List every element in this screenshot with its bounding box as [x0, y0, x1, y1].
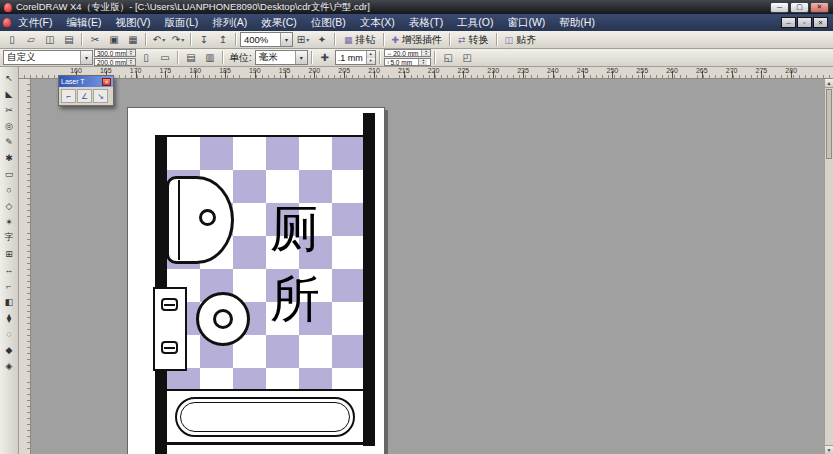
shape-tool-icon[interactable]: ◣ [1, 86, 17, 101]
spinner-arrows[interactable]: ▴▾ [126, 59, 135, 65]
new-document-button[interactable]: ▯ [3, 32, 21, 48]
blend-tool-icon[interactable]: ◧ [1, 294, 17, 309]
cut-button[interactable]: ✂ [86, 32, 104, 48]
bottom-wall-line[interactable] [155, 442, 375, 445]
menu-layout[interactable]: 版面(L) [157, 15, 205, 31]
units-combo[interactable]: 毫米 ▾ [255, 50, 308, 65]
menu-view[interactable]: 视图(V) [108, 15, 157, 31]
laser-arrow-icon[interactable]: ↘ [93, 89, 108, 103]
paper-width-field[interactable]: 300.0 mm ▴▾ [94, 49, 136, 57]
save-button[interactable]: ◫ [41, 32, 59, 48]
toilet-drain[interactable] [213, 309, 233, 329]
landscape-button[interactable]: ▭ [156, 50, 174, 66]
right-wall[interactable] [363, 113, 375, 446]
smart-fill-tool-icon[interactable]: ✱ [1, 150, 17, 165]
floating-toolbar-titlebar[interactable]: Laser T ✕ [59, 76, 113, 87]
vertical-scrollbar[interactable]: ▲ ▼ [824, 79, 833, 454]
freehand-tool-icon[interactable]: ✎ [1, 134, 17, 149]
scrollbar-thumb[interactable] [826, 89, 832, 159]
interactive-fill-tool-icon[interactable]: ◈ [1, 358, 17, 373]
convert-button[interactable]: ⇄转换 [453, 32, 494, 48]
rectangle-tool-icon[interactable]: ▭ [1, 166, 17, 181]
minimize-button[interactable]: ─ [770, 2, 789, 13]
paper-height-field[interactable]: 200.0 mm ▴▾ [94, 58, 136, 66]
doc-minimize-button[interactable]: ─ [781, 17, 796, 28]
application-launcher-button[interactable]: ⊞▾ [294, 32, 312, 48]
zoom-level-combo[interactable]: 400% ▾ [240, 32, 293, 47]
zoom-tool-icon[interactable]: ◎ [1, 118, 17, 133]
chevron-down-icon[interactable]: ▾ [280, 33, 292, 46]
outline-pen-tool-icon[interactable]: ◌ [1, 326, 17, 341]
crop-tool-icon[interactable]: ✂ [1, 102, 17, 117]
menu-tools[interactable]: 工具(O) [450, 15, 500, 31]
all-pages-button[interactable]: ▥ [201, 50, 219, 66]
basic-shapes-tool-icon[interactable]: ✶ [1, 214, 17, 229]
snap-button[interactable]: ◫贴齐 [500, 32, 542, 48]
menu-file[interactable]: 文件(F) [11, 15, 59, 31]
portrait-button[interactable]: ▯ [137, 50, 155, 66]
preset-combo[interactable]: 自定义 ▾ [3, 50, 93, 65]
row-drill-button[interactable]: ▦排钻 [339, 32, 381, 48]
menu-help[interactable]: 帮助(H) [552, 15, 602, 31]
room-label-text[interactable]: 厕所 [266, 194, 324, 334]
pick-tool-icon[interactable]: ↖ [1, 70, 17, 85]
laser-dimension-icon[interactable]: ⌐ [61, 89, 76, 103]
dropdown-arrow-icon[interactable]: ▾ [306, 36, 309, 43]
export-button[interactable]: ↥ [214, 32, 232, 48]
paste-button[interactable]: ▦ [124, 32, 142, 48]
vertical-ruler[interactable] [19, 79, 31, 454]
chevron-down-icon[interactable]: ▾ [80, 51, 92, 64]
hinge-knob-top[interactable] [161, 298, 178, 311]
doc-restore-button[interactable]: ▫ [797, 17, 812, 28]
menu-arrange[interactable]: 排列(A) [205, 15, 254, 31]
duplicate-y-field[interactable]: ↕ 5.0 mm ▴▾ [384, 58, 432, 66]
text-tool-icon[interactable]: 字 [1, 230, 17, 245]
connector-tool-icon[interactable]: ⌐ [1, 278, 17, 293]
laser-angle-icon[interactable]: ∠ [77, 89, 92, 103]
import-button[interactable]: ↧ [195, 32, 213, 48]
document-page[interactable]: 厕所 [127, 107, 385, 454]
dropdown-arrow-icon[interactable]: ▾ [181, 36, 184, 43]
undo-button[interactable]: ↶▾ [150, 32, 168, 48]
menu-bitmaps[interactable]: 位图(B) [304, 15, 353, 31]
corel-online-button[interactable]: ✦ [313, 32, 331, 48]
dropdown-arrow-icon[interactable]: ▾ [162, 36, 165, 43]
chevron-down-icon[interactable]: ▾ [295, 51, 307, 64]
redo-button[interactable]: ↷▾ [169, 32, 187, 48]
dimension-tool-icon[interactable]: ↔ [1, 262, 17, 277]
enhance-plugin-button[interactable]: ✚增强插件 [387, 32, 448, 48]
eyedropper-tool-icon[interactable]: ⧫ [1, 310, 17, 325]
spinner-arrows[interactable]: ▴▾ [126, 50, 135, 56]
table-tool-icon[interactable]: ⊞ [1, 246, 17, 261]
menu-window[interactable]: 窗口(W) [500, 15, 552, 31]
menu-text[interactable]: 文本(X) [353, 15, 402, 31]
bathtub[interactable] [175, 397, 355, 437]
maximize-button[interactable]: ▢ [790, 2, 809, 13]
spinner-arrows[interactable]: ▴▾ [421, 50, 430, 56]
close-button[interactable]: ✕ [810, 2, 829, 13]
fill-tool-icon[interactable]: ◆ [1, 342, 17, 357]
hinge-knob-bottom[interactable] [161, 341, 178, 354]
open-button[interactable]: ▱ [22, 32, 40, 48]
nudge-offset-field[interactable]: .1 mm ▴▾ [335, 50, 376, 65]
scroll-up-arrow-icon[interactable]: ▲ [825, 79, 833, 88]
close-icon[interactable]: ✕ [102, 78, 111, 86]
copy-button[interactable]: ▣ [105, 32, 123, 48]
doc-close-button[interactable]: ✕ [813, 17, 828, 28]
horizontal-ruler[interactable]: 1601651701751801851901952002052102152202… [19, 67, 833, 79]
polygon-tool-icon[interactable]: ◇ [1, 198, 17, 213]
spinner-arrows[interactable]: ▴▾ [366, 51, 375, 64]
menu-effects[interactable]: 效果(C) [254, 15, 304, 31]
page-options-button[interactable]: ▤ [182, 50, 200, 66]
treat-as-filled-button[interactable]: ◱ [439, 50, 457, 66]
bath-divider-line[interactable] [167, 389, 363, 391]
drawing-canvas[interactable]: 厕所 [31, 79, 824, 454]
sink-drain[interactable] [199, 209, 216, 226]
menu-table[interactable]: 表格(T) [402, 15, 450, 31]
menu-edit[interactable]: 编辑(E) [59, 15, 108, 31]
duplicate-x-field[interactable]: ↔ 20.0 mm ▴▾ [384, 49, 432, 57]
graphics-options-button[interactable]: ◰ [458, 50, 476, 66]
spinner-arrows[interactable]: ▴▾ [418, 59, 427, 65]
ellipse-tool-icon[interactable]: ○ [1, 182, 17, 197]
print-button[interactable]: ▤ [60, 32, 78, 48]
